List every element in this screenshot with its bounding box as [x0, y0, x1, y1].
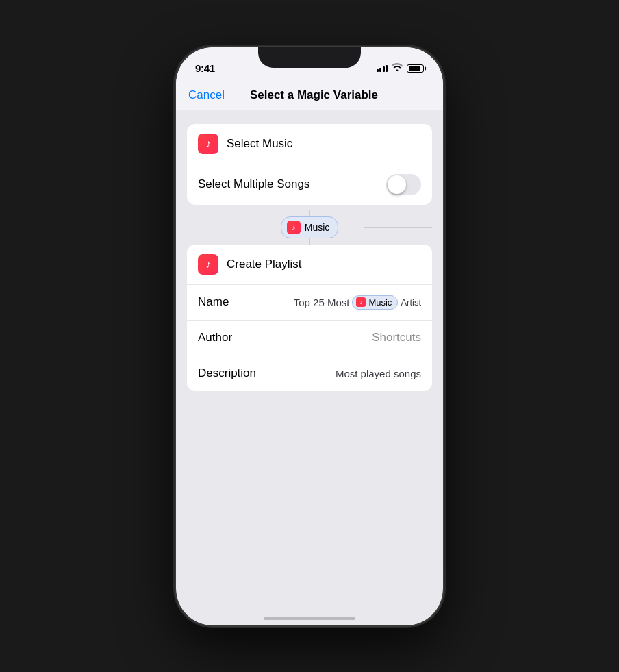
magic-badge-label: Music	[305, 222, 330, 233]
connector-horizontal	[364, 227, 432, 227]
badge-note-icon: ♪	[292, 223, 296, 232]
author-placeholder: Shortcuts	[372, 331, 421, 345]
description-value: Most played songs	[336, 368, 421, 379]
create-playlist-card: ♪ Create Playlist Name Top 25 Most ♪	[187, 245, 432, 391]
author-row[interactable]: Author Shortcuts	[187, 320, 432, 356]
select-music-card: ♪ Select Music Select Multiple Songs	[187, 124, 432, 205]
description-label: Description	[198, 366, 256, 380]
toggle-knob	[388, 175, 406, 194]
create-playlist-label: Create Playlist	[227, 258, 302, 271]
select-multiple-songs-row[interactable]: Select Multiple Songs	[187, 164, 432, 205]
status-icons	[377, 63, 425, 73]
magic-badge-music-icon: ♪	[287, 221, 301, 234]
home-indicator	[264, 617, 355, 620]
select-music-label: Select Music	[227, 137, 292, 151]
notch	[258, 47, 361, 68]
battery-icon	[407, 64, 424, 73]
magic-variable-badge[interactable]: ♪ Music	[281, 216, 339, 238]
create-playlist-icon: ♪	[198, 254, 218, 275]
create-playlist-note-icon: ♪	[205, 258, 211, 271]
artist-token: Artist	[401, 296, 421, 309]
page-title: Select a Magic Variable	[197, 88, 431, 102]
nav-header: Cancel Select a Magic Variable	[176, 80, 443, 110]
music-app-icon: ♪	[198, 134, 218, 154]
artist-token-label: Artist	[401, 297, 421, 308]
name-value-container: Top 25 Most ♪ Music Artist	[294, 295, 421, 310]
token-note-icon: ♪	[359, 299, 362, 306]
wifi-icon	[392, 63, 403, 73]
content-area: ♪ Select Music Select Multiple Songs	[176, 110, 443, 391]
music-note-icon: ♪	[205, 138, 211, 150]
select-music-row[interactable]: ♪ Select Music	[187, 124, 432, 164]
signal-icon	[377, 65, 388, 72]
token-music-icon: ♪	[356, 297, 366, 307]
music-token[interactable]: ♪ Music	[352, 295, 398, 310]
name-row[interactable]: Name Top 25 Most ♪ Music Artist	[187, 284, 432, 320]
token-music-label: Music	[368, 297, 392, 308]
select-multiple-songs-label: Select Multiple Songs	[198, 177, 310, 191]
create-playlist-row[interactable]: ♪ Create Playlist	[187, 245, 432, 284]
status-time: 9:41	[195, 62, 215, 74]
magic-variable-container: ♪ Music	[187, 210, 432, 245]
author-label: Author	[198, 331, 232, 345]
multiple-songs-toggle[interactable]	[386, 174, 421, 195]
name-prefix-text: Top 25 Most	[294, 297, 350, 308]
description-row[interactable]: Description Most played songs	[187, 356, 432, 391]
name-label: Name	[198, 295, 229, 309]
